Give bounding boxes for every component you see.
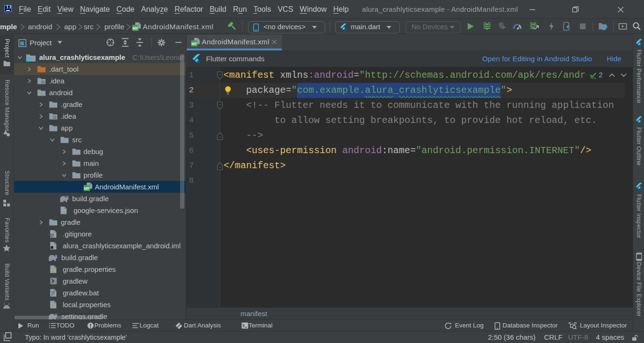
svg-text:MF: MF — [132, 26, 138, 31]
svg-text:MF: MF — [84, 186, 90, 191]
svg-text:MF: MF — [191, 41, 197, 46]
svg-text:{..}: {..} — [60, 209, 67, 213]
